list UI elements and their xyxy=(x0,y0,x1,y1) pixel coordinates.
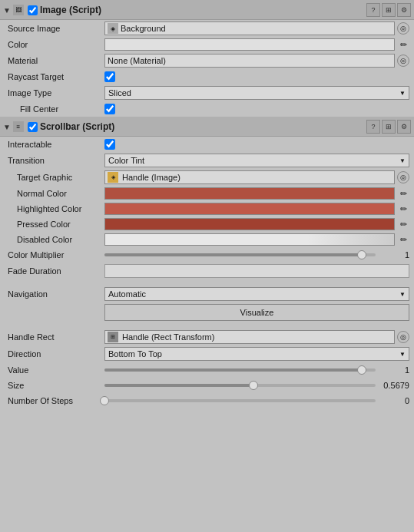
normal-color-label: Normal Color xyxy=(5,189,104,198)
normal-color-bar[interactable] xyxy=(104,187,395,200)
handle-rect-row: Handle Rect ⊞ Handle (Rect Transform) ◎ xyxy=(0,329,414,345)
highlighted-color-row: Highlighted Color ✏ xyxy=(0,201,414,216)
color-pencil-icon[interactable]: ✏ xyxy=(397,38,409,51)
disabled-color-bar[interactable] xyxy=(104,233,395,246)
transition-dropdown[interactable]: Color Tint ▼ xyxy=(104,154,409,167)
handle-rect-picker[interactable]: ◎ xyxy=(397,331,409,343)
image-script-checkbox[interactable] xyxy=(28,5,38,15)
source-image-icon: ◈ xyxy=(108,23,118,34)
image-layer-button[interactable]: ⊞ xyxy=(382,3,396,17)
spacer-1 xyxy=(0,279,414,286)
source-image-field[interactable]: ◈ Background xyxy=(104,21,395,35)
color-value: ✏ xyxy=(104,38,409,51)
disabled-color-value: ✏ xyxy=(104,233,409,246)
spacer-2 xyxy=(0,322,414,329)
source-image-label: Source Image xyxy=(5,24,104,33)
navigation-arrow: ▼ xyxy=(399,291,406,298)
fill-center-checkbox[interactable] xyxy=(104,104,115,114)
color-multiplier-thumb[interactable] xyxy=(357,250,366,259)
scrollbar-script-icon: ≡ xyxy=(13,121,24,132)
target-graphic-field[interactable]: ◈ Handle (Image) xyxy=(104,170,395,184)
fade-duration-label: Fade Duration xyxy=(5,266,104,276)
size-slider-container: 0.5679 xyxy=(104,381,409,390)
pressed-color-bar[interactable] xyxy=(104,218,395,230)
image-header-icons: ? ⊞ ⚙ xyxy=(366,3,411,17)
target-graphic-text: Handle (Image) xyxy=(122,173,181,182)
interactable-value xyxy=(104,139,409,150)
fade-duration-value: 0.1 xyxy=(104,264,409,278)
num-steps-row: Number Of Steps 0 xyxy=(0,393,414,408)
image-type-text: Sliced xyxy=(108,88,131,97)
color-label: Color xyxy=(5,40,104,49)
color-multiplier-track[interactable] xyxy=(104,253,376,256)
material-picker[interactable]: ◎ xyxy=(397,55,409,67)
source-image-row: Source Image ◈ Background ◎ xyxy=(0,20,414,37)
highlighted-color-bar[interactable] xyxy=(104,203,395,215)
highlighted-color-pencil[interactable]: ✏ xyxy=(397,203,409,215)
navigation-row: Navigation Automatic ▼ xyxy=(0,286,414,302)
source-image-picker[interactable]: ◎ xyxy=(397,22,409,35)
color-row: Color ✏ xyxy=(0,37,414,52)
normal-color-pencil[interactable]: ✏ xyxy=(397,187,409,200)
steps-thumb[interactable] xyxy=(100,396,109,405)
image-script-header[interactable]: ▼ 🖼 Image (Script) ? ⊞ ⚙ xyxy=(0,1,414,20)
direction-label: Direction xyxy=(5,349,104,359)
disabled-color-bar-container xyxy=(104,233,395,246)
navigation-text: Automatic xyxy=(108,289,146,299)
raycast-checkbox[interactable] xyxy=(104,71,115,82)
steps-track[interactable] xyxy=(104,399,376,402)
handle-rect-field[interactable]: ⊞ Handle (Rect Transform) xyxy=(104,330,395,344)
image-gear-button[interactable]: ⚙ xyxy=(397,3,411,17)
navigation-dropdown[interactable]: Automatic ▼ xyxy=(104,287,409,301)
material-field[interactable]: None (Material) xyxy=(104,54,395,68)
direction-dropdown[interactable]: Bottom To Top ▼ xyxy=(104,347,409,361)
raycast-row: Raycast Target xyxy=(0,69,414,84)
image-help-button[interactable]: ? xyxy=(366,3,380,17)
interactable-row: Interactable xyxy=(0,137,414,152)
pressed-color-label: Pressed Color xyxy=(5,220,104,229)
fill-center-label: Fill Center xyxy=(5,104,104,114)
fade-duration-row: Fade Duration 0.1 xyxy=(0,263,414,279)
fade-duration-input[interactable]: 0.1 xyxy=(104,264,409,278)
material-row: Material None (Material) ◎ xyxy=(0,52,414,69)
direction-row: Direction Bottom To Top ▼ xyxy=(0,345,414,362)
source-image-text: Background xyxy=(121,24,166,33)
visualize-button[interactable]: Visualize xyxy=(104,304,409,321)
color-multiplier-fill xyxy=(104,253,362,256)
target-graphic-picker[interactable]: ◎ xyxy=(397,171,409,183)
value-track[interactable] xyxy=(104,368,376,372)
direction-text: Bottom To Top xyxy=(108,349,162,359)
pressed-color-bar-container xyxy=(104,218,395,230)
image-toggle-arrow[interactable]: ▼ xyxy=(3,6,11,15)
visualize-row: Visualize xyxy=(0,302,414,322)
value-thumb[interactable] xyxy=(357,365,366,375)
disabled-color-pencil[interactable]: ✏ xyxy=(397,233,409,246)
scrollbar-gear-button[interactable]: ⚙ xyxy=(397,120,411,134)
fill-center-row: Fill Center xyxy=(0,101,414,117)
size-track[interactable] xyxy=(104,384,376,387)
disabled-color-row: Disabled Color ✏ xyxy=(0,232,414,247)
size-thumb[interactable] xyxy=(249,381,258,390)
target-graphic-value: ◈ Handle (Image) ◎ xyxy=(104,170,409,184)
highlighted-color-value: ✏ xyxy=(104,203,409,215)
image-type-dropdown[interactable]: Sliced ▼ xyxy=(104,86,409,100)
fill-center-value xyxy=(104,104,409,114)
scrollbar-script-header[interactable]: ▼ ≡ Scrollbar (Script) ? ⊞ ⚙ xyxy=(0,117,414,137)
interactable-checkbox[interactable] xyxy=(104,139,115,150)
handle-rect-icon: ⊞ xyxy=(108,332,118,342)
size-fill xyxy=(104,384,253,387)
pressed-color-row: Pressed Color ✏ xyxy=(0,216,414,232)
material-value: None (Material) ◎ xyxy=(104,54,409,68)
material-label: Material xyxy=(5,56,104,65)
pressed-color-pencil[interactable]: ✏ xyxy=(397,218,409,230)
handle-rect-text: Handle (Rect Transform) xyxy=(122,332,214,342)
scrollbar-script-checkbox[interactable] xyxy=(28,122,38,132)
handle-rect-label: Handle Rect xyxy=(5,332,104,342)
handle-rect-value: ⊞ Handle (Rect Transform) ◎ xyxy=(104,330,409,344)
visualize-value: Visualize xyxy=(104,304,409,321)
scrollbar-toggle-arrow[interactable]: ▼ xyxy=(3,123,11,131)
steps-number: 0 xyxy=(379,396,409,405)
color-bar[interactable] xyxy=(104,38,395,51)
scrollbar-help-button[interactable]: ? xyxy=(366,120,380,134)
scrollbar-layer-button[interactable]: ⊞ xyxy=(382,120,396,134)
